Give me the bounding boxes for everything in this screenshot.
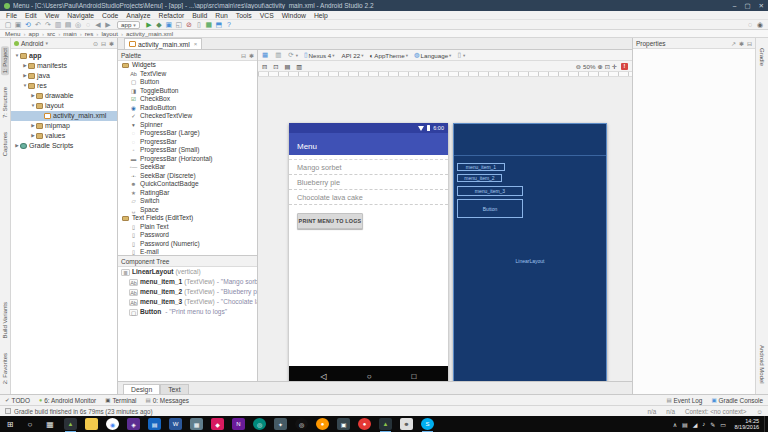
toolbar-icon[interactable]: ▶ [103,20,113,29]
preview-textview[interactable]: Chocolate lava cake [289,190,448,205]
palette-item[interactable]: ▢ Button [118,78,257,87]
component-tree-item[interactable]: ≣ LinearLayout (vertical) [118,267,257,277]
menu-bar-item[interactable]: Window [278,12,310,19]
search-button[interactable]: ○ [20,420,40,429]
breadcrumb-item[interactable]: layout [93,30,118,37]
design-toolbar-control[interactable]: ▯ ▾ [457,51,465,59]
menu-bar-item[interactable]: Analyze [122,12,154,19]
project-tree-item[interactable]: activity_main.xml [11,111,117,121]
taskbar-app-icon[interactable]: ◈ [127,418,140,430]
palette-item[interactable]: ☻ QuickContactBadge [118,180,257,189]
tool-window-button[interactable]: ▤ 0: Messages [146,397,189,404]
palette-item[interactable]: ◦— SeekBar [118,163,257,172]
design-toolbar-control[interactable]: ⟳ ▾ [288,51,298,59]
palette-item[interactable]: ◌ ProgressBar (Large) [118,129,257,138]
search-icon[interactable]: ◌ [745,20,755,29]
tool-window-button[interactable]: ▤ Event Log [666,397,702,404]
project-tree-item[interactable]: ▶ drawable [11,91,117,101]
menu-bar-item[interactable]: Refactor [155,12,189,19]
breadcrumb-item[interactable]: activity_main.xml [118,30,173,37]
status-widget[interactable]: Context: <no context> [685,408,747,415]
preview-textview[interactable]: Mango sorbet [289,160,448,175]
toolbar-icon[interactable]: ⟲ [23,20,33,29]
tool-window-button[interactable]: ✔ TODO [5,397,30,404]
toolbar-icon[interactable]: ▢ [3,20,13,29]
project-tree-item[interactable]: ▼ res [11,81,117,91]
taskbar-app-icon[interactable]: ☻ [400,418,413,430]
taskbar-app-icon[interactable]: ◆ [211,418,224,430]
design-option-icon[interactable]: ⊡ [273,63,278,70]
menu-bar-item[interactable]: Tools [232,12,256,19]
design-toolbar-control[interactable]: ▦ ▾ [262,51,269,59]
taskbar-app-icon[interactable]: ◎ [253,418,266,430]
taskbar-app-icon[interactable]: ◎ [295,418,308,430]
palette-item[interactable]: ▯ E-mail [118,248,257,255]
project-tree-item[interactable]: ▶ java [11,71,117,81]
breadcrumb-item[interactable]: res [77,30,94,37]
preview-print-button[interactable]: PRINT MENU TO LOGS [297,213,363,229]
tray-icon[interactable]: ◢ [693,421,698,428]
grid-view-icon[interactable]: ⊟ [241,52,246,59]
component-tree-item[interactable]: Ab menu_item_3 (TextView) - "Chocolate l… [118,297,257,307]
toolbar-icon[interactable]: ↶ [33,20,43,29]
design-toolbar-control[interactable]: ▯ Nexus 4 ▾ [304,51,335,59]
palette-item[interactable]: ▯ Password (Numeric) [118,240,257,249]
toolbar-icon[interactable]: ▥ [53,20,63,29]
tool-window-button[interactable]: 1: Project [1,46,9,75]
tool-window-button[interactable]: Gradle [758,46,766,68]
toolbar-icon[interactable]: ◀ [93,20,103,29]
palette-item[interactable]: ▯ Password [118,231,257,240]
toolbar-icon[interactable]: ▤ [63,20,73,29]
breadcrumb-item[interactable]: app [20,30,38,37]
status-widget[interactable]: n/a [666,408,675,415]
toolbar-icon[interactable]: ⊘ [184,20,194,29]
design-toolbar-control[interactable]: ◐ AppTheme ▾ [369,52,407,59]
close-tab-icon[interactable]: × [194,41,198,47]
menu-bar-item[interactable]: View [41,12,64,19]
palette-item[interactable]: ·•· SeekBar (Discrete) [118,172,257,181]
taskbar-app-icon[interactable]: ✦ [274,418,287,430]
project-tree-item[interactable]: ▶ manifests [11,61,117,71]
zoom-in-icon[interactable]: ⊕ [597,63,602,70]
toolbar-icon[interactable]: ◎ [73,20,83,29]
editor-tab-activity-main[interactable]: activity_main.xml × [124,38,202,49]
menu-bar-item[interactable]: Build [188,12,211,19]
palette-item[interactable]: ◦ ProgressBar (Small) [118,146,257,155]
taskbar-clock[interactable]: 14:25 8/19/2016 [735,418,759,430]
palette-item[interactable]: Ab TextView [118,70,257,79]
component-tree-item[interactable]: Ab menu_item_1 (TextView) - "Mango sorbe… [118,277,257,287]
taskbar-app-icon[interactable]: ▣ [337,418,350,430]
taskbar-app-icon[interactable]: ▤ [148,418,161,430]
design-toolbar-control[interactable]: ◍ Language ▾ [414,51,451,59]
toolbar-icon[interactable]: ⬒ [214,20,224,29]
toolbar-icon[interactable]: ? [224,20,234,29]
tray-icon[interactable]: ♪ [702,421,705,427]
tool-window-button[interactable]: 7: Structure [1,85,9,120]
toolbar-icon[interactable]: ▶ [144,20,154,29]
toolbar-icon[interactable]: ▣ [13,20,23,29]
palette-item[interactable]: ✓ CheckedTextView [118,112,257,121]
blueprint-box-menu-item-3[interactable]: menu_item_3 [457,186,523,196]
status-message[interactable]: Gradle build finished in 6s 79ms (23 min… [14,408,153,415]
menu-bar-item[interactable]: Run [211,12,231,19]
design-option-icon[interactable]: ⊟ [262,63,267,70]
blueprint-box-menu-item-2[interactable]: menu_item_2 [457,174,502,182]
tool-window-button[interactable]: Android Model [758,343,766,386]
expand-icon[interactable]: ↗ [731,40,736,47]
zoom-fit-icon[interactable]: ⊡ [605,63,610,70]
project-tree-item[interactable]: ▼ layout [11,101,117,111]
tool-window-button[interactable]: Build Variants [1,300,9,341]
start-button[interactable]: ⊞ [0,420,20,429]
project-tree-item[interactable]: ▶ Gradle Scripts [11,141,117,151]
toolbar-icon[interactable]: ◆ [154,20,164,29]
tool-window-button[interactable]: ▣ Gradle Console [711,397,763,404]
project-tree-item[interactable]: ▶ mipmap [11,121,117,131]
tool-window-button[interactable]: Captures [1,130,9,158]
tab-text[interactable]: Text [160,384,188,394]
toolbar-icon[interactable]: ◌ [83,20,93,29]
taskbar-app-icon[interactable]: ● [358,418,371,430]
menu-bar-item[interactable]: Help [310,12,332,19]
palette-item[interactable]: ▱ Switch [118,197,257,206]
gear-icon[interactable]: ✱ [739,40,744,47]
breadcrumb-item[interactable]: main [55,30,76,37]
